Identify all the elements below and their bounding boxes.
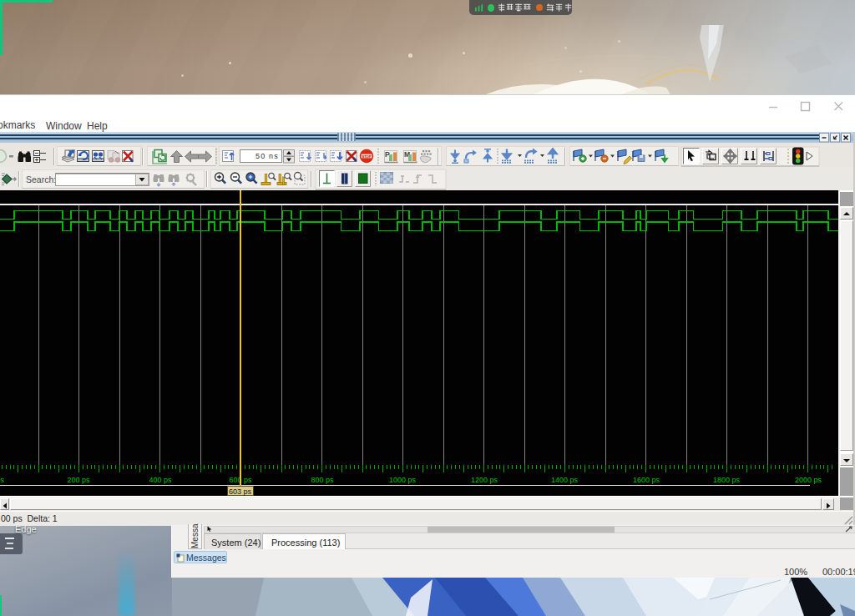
svg-text:1000 ps: 1000 ps bbox=[389, 476, 417, 484]
svg-text:1400 ps: 1400 ps bbox=[551, 476, 579, 484]
svg-text:2000 ps: 2000 ps bbox=[795, 476, 822, 484]
svg-text:603 ps: 603 ps bbox=[229, 487, 252, 496]
svg-text:1800 ps: 1800 ps bbox=[713, 476, 741, 484]
svg-text:1600 ps: 1600 ps bbox=[633, 476, 660, 484]
svg-text:Search:: Search: bbox=[26, 174, 56, 184]
svg-text:0 ps: 0 ps bbox=[0, 476, 5, 484]
svg-text:STOP: STOP bbox=[362, 154, 372, 159]
svg-text:400 ps: 400 ps bbox=[149, 476, 172, 484]
svg-text:800 ps: 800 ps bbox=[311, 476, 334, 484]
svg-text:200 ps: 200 ps bbox=[67, 476, 90, 484]
svg-text:50 ns: 50 ns bbox=[255, 152, 279, 160]
svg-text:1200 ps: 1200 ps bbox=[471, 476, 498, 484]
